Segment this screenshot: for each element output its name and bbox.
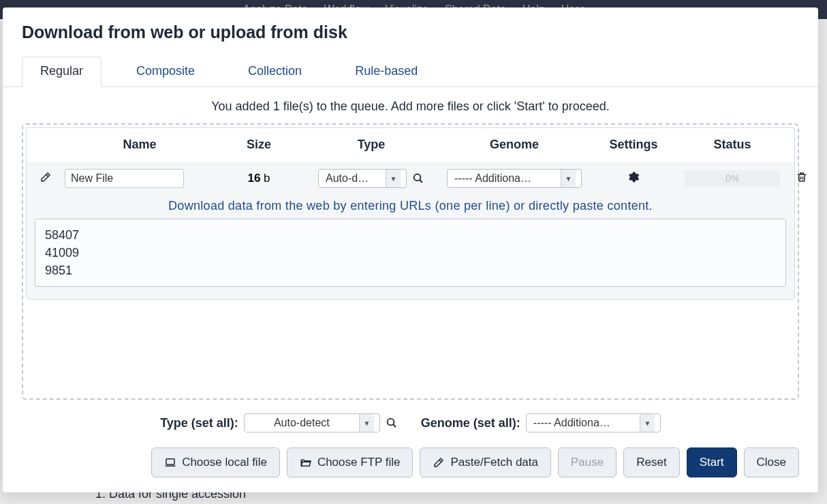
reset-button[interactable]: Reset [623,447,679,477]
progress-bar: 0% [685,170,780,187]
start-button[interactable]: Start [687,447,737,477]
col-settings: Settings [589,138,678,152]
laptop-icon [164,456,176,469]
drop-zone[interactable]: Name Size Type Genome Settings Status [22,123,799,400]
edit-icon[interactable] [40,171,52,183]
paste-fetch-button[interactable]: Paste/Fetch data [420,447,551,477]
chevron-down-icon: ▼ [561,170,576,187]
col-status: Status [678,138,787,152]
genome-set-all-select[interactable]: ----- Additiona… ▼ [526,413,661,432]
gear-icon[interactable] [627,171,640,183]
choose-local-file-button[interactable]: Choose local file [151,447,280,477]
file-size: 16 b [215,172,303,185]
tab-rule-based[interactable]: Rule-based [337,57,436,87]
close-button[interactable]: Close [744,447,799,477]
modal-footer: Choose local file Choose FTP file Paste/… [3,435,818,492]
type-set-all-select[interactable]: Auto-detect ▼ [244,413,380,432]
choose-ftp-file-button[interactable]: Choose FTP file [287,447,414,477]
file-table: Name Size Type Genome Settings Status [26,127,795,300]
svg-point-0 [414,174,421,181]
modal-title: Download from web or upload from disk [3,7,818,56]
svg-point-1 [387,419,394,426]
svg-rect-2 [166,459,174,464]
tab-composite[interactable]: Composite [118,57,213,87]
tabs: Regular Composite Collection Rule-based [3,56,818,87]
paste-area: Download data from the web by entering U… [27,193,794,299]
file-type-select[interactable]: Auto-d… ▼ [318,169,407,188]
queue-info-text: You added 1 file(s) to the queue. Add mo… [3,87,818,123]
col-genome: Genome [439,138,589,152]
trash-icon[interactable] [796,171,808,183]
genome-set-all-label: Genome (set all): [421,416,520,430]
tab-regular[interactable]: Regular [22,57,102,87]
edit-icon [433,456,445,469]
paste-textarea[interactable] [35,219,786,287]
search-icon[interactable] [386,417,398,429]
table-row: 16 b Auto-d… ▼ ----- Additiona… ▼ [27,163,794,193]
table-header-row: Name Size Type Genome Settings Status [27,128,794,163]
col-name: Name [65,138,215,152]
upload-modal: Download from web or upload from disk Re… [3,7,818,492]
folder-open-icon [300,456,312,469]
chevron-down-icon: ▼ [386,170,401,187]
search-icon[interactable] [412,172,424,185]
set-all-row: Type (set all): Auto-detect ▼ Genome (se… [3,400,818,435]
file-genome-select[interactable]: ----- Additiona… ▼ [447,169,582,188]
file-name-input[interactable] [65,169,184,188]
type-set-all-label: Type (set all): [160,416,238,430]
pause-button[interactable]: Pause [558,447,617,477]
col-type: Type [303,138,439,152]
chevron-down-icon: ▼ [359,414,374,432]
col-size: Size [215,138,303,152]
paste-hint: Download data from the web by entering U… [35,199,786,219]
tab-collection[interactable]: Collection [230,57,320,87]
chevron-down-icon: ▼ [640,414,655,432]
